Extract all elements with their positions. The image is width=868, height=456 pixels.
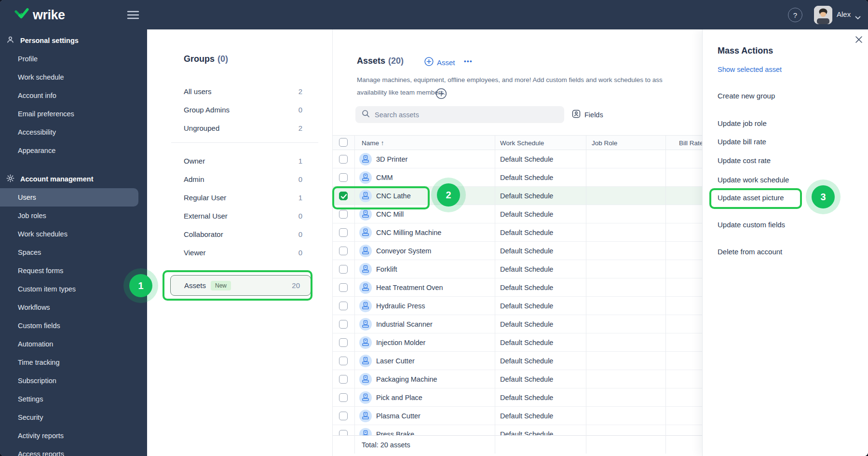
group-item-regular-user[interactable]: Regular User1 <box>184 188 302 207</box>
user-name[interactable]: Alex <box>837 10 851 18</box>
sidebar-item-custom-fields[interactable]: Custom fields <box>0 317 147 335</box>
mass-action-update-job-role[interactable]: Update job role <box>718 118 767 129</box>
column-header-job-role[interactable]: Job Role <box>592 136 617 151</box>
more-menu-button[interactable]: ••• <box>464 57 473 65</box>
add-asset-button[interactable]: Asset <box>424 57 455 68</box>
sidebar-item-activity-reports[interactable]: Activity reports <box>0 427 147 445</box>
asset-work-schedule: Default Schedule <box>500 260 553 278</box>
sidebar-item-accessibility[interactable]: Accessibility <box>0 123 147 141</box>
table-row-cnc-mill[interactable]: CNC MillDefault Schedule <box>333 205 752 223</box>
row-checkbox[interactable] <box>339 228 348 237</box>
table-row-cnc-lathe[interactable]: CNC LatheDefault Schedule <box>333 187 752 205</box>
sidebar-item-request-forms[interactable]: Request forms <box>0 262 147 280</box>
sidebar-item-job-roles[interactable]: Job roles <box>0 207 147 225</box>
avatar[interactable] <box>814 6 832 24</box>
table-row-packaging-machine[interactable]: Packaging MachineDefault Schedule <box>333 370 752 388</box>
column-header-bill-rate[interactable]: Bill Rate <box>679 136 703 151</box>
table-row-plasma-cutter[interactable]: Plasma CutterDefault Schedule <box>333 407 752 425</box>
sidebar-item-time-tracking[interactable]: Time tracking <box>0 353 147 372</box>
mass-action-update-custom-fields[interactable]: Update custom fields <box>718 220 785 230</box>
group-item-group-admins[interactable]: Group Admins0 <box>184 100 302 119</box>
groups-divider <box>171 142 318 143</box>
help-icon[interactable]: ? <box>788 8 802 22</box>
row-checkbox[interactable] <box>339 247 348 255</box>
mass-action-create-new-group[interactable]: Create new group <box>718 91 775 101</box>
table-row-cnc-milling-machine[interactable]: CNC Milling MachineDefault Schedule <box>333 223 752 242</box>
table-row-conveyor-system[interactable]: Conveyor SystemDefault Schedule <box>333 242 752 260</box>
group-item-viewer[interactable]: Viewer0 <box>184 243 302 262</box>
row-checkbox[interactable] <box>339 338 348 347</box>
add-group-button[interactable] <box>435 88 447 99</box>
select-all-checkbox[interactable] <box>339 138 348 147</box>
hamburger-menu-icon[interactable] <box>127 10 139 20</box>
sidebar-section-account-management[interactable]: Account management <box>0 170 147 188</box>
sidebar-item-workflows[interactable]: Workflows <box>0 298 147 317</box>
sidebar-item-account-info[interactable]: Account info <box>0 86 147 105</box>
mass-action-update-cost-rate[interactable]: Update cost rate <box>718 155 771 166</box>
mass-action-update-asset-picture[interactable]: Update asset picture <box>718 193 784 203</box>
table-row-industrial-scanner[interactable]: Industrial ScannerDefault Schedule <box>333 315 752 333</box>
group-item-owner[interactable]: Owner1 <box>184 152 302 170</box>
settings-sidebar: Personal settingsProfileWork scheduleAcc… <box>0 29 147 456</box>
group-item-all-users[interactable]: All users2 <box>184 82 302 100</box>
asset-name: Packaging Machine <box>376 370 437 388</box>
sidebar-item-users[interactable]: Users <box>0 188 138 207</box>
mass-action-update-work-schedule[interactable]: Update work schedule <box>718 175 789 185</box>
sidebar-item-settings[interactable]: Settings <box>0 390 147 408</box>
sidebar-item-assets[interactable]: Assets New 20 <box>170 275 311 296</box>
row-checkbox[interactable] <box>339 302 348 310</box>
row-checkbox[interactable] <box>339 375 348 384</box>
row-checkbox[interactable] <box>339 210 348 219</box>
column-header-work-schedule[interactable]: Work Schedule <box>500 136 544 151</box>
sidebar-item-access-reports[interactable]: Access reports <box>0 445 147 456</box>
search-icon <box>362 110 370 120</box>
group-item-ungrouped[interactable]: Ungrouped2 <box>184 119 302 137</box>
table-row-forklift[interactable]: ForkliftDefault Schedule <box>333 260 752 278</box>
column-divider <box>586 135 586 454</box>
row-checkbox[interactable] <box>339 412 348 420</box>
sidebar-item-spaces[interactable]: Spaces <box>0 243 147 262</box>
row-checkbox[interactable] <box>339 393 348 402</box>
fields-button[interactable]: Fields <box>572 110 603 120</box>
mass-action-delete-from-account[interactable]: Delete from account <box>718 247 782 257</box>
group-item-label: Group Admins <box>184 106 230 114</box>
table-row-pick-and-place[interactable]: Pick and PlaceDefault Schedule <box>333 388 752 407</box>
asset-icon <box>359 300 372 312</box>
table-row-heat-treatment-oven[interactable]: Heat Treatment OvenDefault Schedule <box>333 278 752 297</box>
row-checkbox[interactable] <box>339 283 348 292</box>
table-row-hydraulic-press[interactable]: Hydraulic PressDefault Schedule <box>333 297 752 315</box>
table-row-injection-molder[interactable]: Injection MolderDefault Schedule <box>333 333 752 352</box>
show-selected-asset-link[interactable]: Show selected asset <box>718 66 782 73</box>
row-checkbox[interactable] <box>339 265 348 274</box>
sidebar-item-custom-item-types[interactable]: Custom item types <box>0 280 147 298</box>
close-icon[interactable] <box>855 36 865 45</box>
asset-name: Plasma Cutter <box>376 407 420 425</box>
group-item-collaborator[interactable]: Collaborator0 <box>184 225 302 243</box>
sidebar-section-personal-settings[interactable]: Personal settings <box>0 31 147 50</box>
row-checkbox[interactable] <box>339 155 348 164</box>
row-checkbox[interactable] <box>339 192 348 200</box>
sidebar-item-email-preferences[interactable]: Email preferences <box>0 105 147 123</box>
sidebar-item-automation[interactable]: Automation <box>0 335 147 353</box>
group-item-label: Viewer <box>184 249 206 257</box>
group-item-external-user[interactable]: External User0 <box>184 207 302 225</box>
table-row-cmm[interactable]: CMMDefault Schedule <box>333 168 752 187</box>
row-checkbox[interactable] <box>339 320 348 329</box>
sidebar-item-subscription[interactable]: Subscription <box>0 372 147 390</box>
sidebar-item-work-schedule[interactable]: Work schedule <box>0 68 147 86</box>
table-row-laser-cutter[interactable]: Laser CutterDefault Schedule <box>333 352 752 370</box>
sidebar-item-security[interactable]: Security <box>0 408 147 427</box>
table-row-3d-printer[interactable]: 3D PrinterDefault Schedule <box>333 150 752 168</box>
group-item-label: All users <box>184 87 212 96</box>
chevron-down-icon[interactable] <box>855 13 861 22</box>
plus-circle-icon <box>424 57 434 68</box>
sidebar-item-profile[interactable]: Profile <box>0 50 147 68</box>
column-header-name[interactable]: Name ↑ <box>362 136 384 151</box>
sidebar-item-appearance[interactable]: Appearance <box>0 141 147 160</box>
group-item-admin[interactable]: Admin0 <box>184 170 302 188</box>
row-checkbox[interactable] <box>339 357 348 365</box>
mass-action-update-bill-rate[interactable]: Update bill rate <box>718 137 766 147</box>
sidebar-item-work-schedules[interactable]: Work schedules <box>0 225 147 243</box>
row-checkbox[interactable] <box>339 173 348 182</box>
search-input[interactable] <box>375 111 548 119</box>
